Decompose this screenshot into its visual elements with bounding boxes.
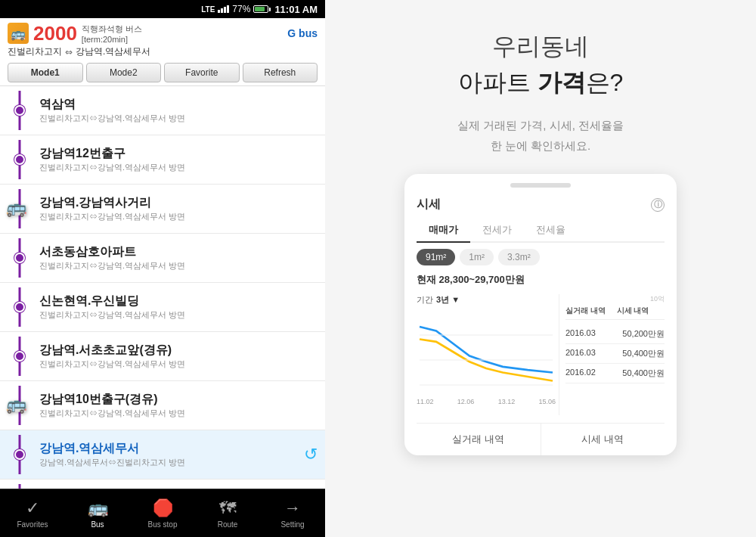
stop-direction: 진벌리차고지⇔강남역.역삼세무서 방면 — [39, 359, 318, 370]
row-date: 2016.03 — [565, 348, 596, 359]
phone-footer: 실거래 내역시세 내역 — [417, 423, 665, 455]
price-range: 현재 28,300~29,700만원 — [417, 273, 665, 287]
stop-direction: 강남역.역삼세무서⇔진벌리차고지 방면 — [39, 457, 298, 468]
nav-icon: ✓ — [26, 498, 39, 518]
chart-container: 기간 3년 ▼ 11.0212.0613.1215.06 10억 실거래 — [417, 294, 665, 415]
stop-name: 강남역10번출구(경유) — [39, 392, 318, 406]
nav-label: Route — [218, 520, 238, 529]
period-dropdown[interactable]: 3년 ▼ — [436, 294, 460, 306]
track-section — [0, 140, 39, 179]
chart-svg — [417, 310, 556, 393]
chart-unit: 10억 — [565, 294, 665, 304]
signal-icon — [218, 5, 229, 13]
stop-info: 강남역10번출구(경유)진벌리차고지⇔강남역.역삼세무서 방면 — [39, 392, 318, 419]
stop-name: 강남역12번출구 — [39, 146, 318, 160]
stop-list: 역삼역진벌리차고지⇔강남역.역삼세무서 방면강남역12번출구진벌리차고지⇔강남역… — [0, 86, 325, 489]
bus-icon: 🚌 — [8, 23, 29, 44]
ad-title-part1: 아파트 — [458, 69, 538, 96]
direction-from: 진벌리차고지 — [8, 45, 62, 58]
stop-direction: 진벌리차고지⇔강남역.역삼세무서 방면 — [39, 211, 318, 222]
footer-item[interactable]: 시세 내역 — [541, 424, 665, 455]
chart-left: 기간 3년 ▼ 11.0212.0613.1215.06 — [417, 294, 559, 415]
ad-subtitle: 실제 거래된 가격, 시세, 전세율을한 눈에 확인하세요. — [457, 115, 624, 156]
bottom-nav: ✓Favorites🚌Bus🛑Bus stop🗺Route→Setting — [0, 489, 325, 537]
ad-title: 우리동네 아파트 가격은? — [458, 30, 624, 100]
row-date: 2016.03 — [565, 328, 596, 340]
track-section — [0, 238, 39, 278]
stop-info: 강남역.강남역사거리진벌리차고지⇔강남역.역삼세무서 방면 — [39, 195, 318, 222]
direction-to: 강남역.역삼세무서 — [76, 45, 150, 58]
mode1-button[interactable]: Mode1 — [8, 63, 83, 82]
size-tab[interactable]: 3.3m² — [498, 249, 540, 265]
stop-dot-icon — [14, 351, 25, 362]
nav-label: Bus stop — [148, 520, 178, 529]
nav-item-bus-stop[interactable]: 🛑Bus stop — [130, 489, 195, 537]
footer-item[interactable]: 실거래 내역 — [417, 424, 541, 455]
nav-label: Setting — [280, 520, 304, 529]
status-bar: LTE 77% 11:01 AM — [0, 0, 325, 18]
chart-right-header: 실거래 내역시세 내역 — [565, 306, 665, 320]
track-section: 🚌 — [0, 189, 39, 228]
nav-label: Bus — [91, 520, 104, 529]
price-tab[interactable]: 전세율 — [524, 219, 578, 241]
mode-buttons: Mode1 Mode2 Favorite Refresh — [8, 63, 318, 82]
ad-title-bold: 가격 — [538, 69, 586, 96]
stop-dot-icon — [14, 154, 25, 165]
bus-indicator-icon: 🚌 — [6, 395, 33, 416]
stop-item[interactable]: 역삼역포스코P&S타워강남역.역삼세무서⇔진벌리차고지 방면 — [0, 480, 325, 489]
lte-indicator: LTE — [201, 5, 215, 14]
stop-name: 강남역.강남역사거리 — [39, 195, 318, 210]
card-title: 시세 ⓘ — [417, 197, 665, 213]
ad-title-line1: 우리동네 — [458, 30, 624, 64]
stop-item[interactable]: 강남역.서초초교앞(경유)진벌리차고지⇔강남역.역삼세무서 방면 — [0, 332, 325, 381]
battery-percent: 77% — [232, 4, 250, 14]
refresh-icon[interactable]: ↺ — [304, 445, 318, 464]
stop-name: 강남역.서초초교앞(경유) — [39, 343, 318, 357]
stop-item[interactable]: 신논현역.우신빌딩진벌리차고지⇔강남역.역삼세무서 방면 — [0, 283, 325, 332]
gbus-logo: G bus — [287, 27, 318, 39]
stop-item[interactable]: 🚌강남역.강남역사거리진벌리차고지⇔강남역.역삼세무서 방면 — [0, 185, 325, 234]
nav-item-favorites[interactable]: ✓Favorites — [0, 489, 65, 537]
price-tabs: 매매가전세가전세율 — [417, 219, 665, 243]
size-tab[interactable]: 91m² — [417, 249, 455, 265]
price-tab[interactable]: 전세가 — [470, 219, 524, 241]
stop-name: 역삼역 — [39, 97, 318, 111]
stop-item[interactable]: 역삼역진벌리차고지⇔강남역.역삼세무서 방면 — [0, 86, 325, 135]
nav-item-bus[interactable]: 🚌Bus — [65, 489, 130, 537]
phone-mockup: 시세 ⓘ 매매가전세가전세율 91m²1m²3.3m² 현재 28,300~29… — [404, 174, 677, 455]
chart-x-labels: 11.0212.0613.1215.06 — [417, 398, 556, 405]
stop-dot-icon — [14, 253, 25, 263]
stop-dot-icon — [14, 302, 25, 312]
nav-icon: 🗺 — [219, 498, 236, 518]
chart-header-cell: 시세 내역 — [617, 306, 665, 316]
nav-label: Favorites — [17, 520, 48, 529]
nav-item-setting[interactable]: →Setting — [260, 489, 325, 537]
x-label: 11.02 — [417, 398, 434, 405]
battery-icon — [253, 5, 268, 13]
stop-direction: 진벌리차고지⇔강남역.역삼세무서 방면 — [39, 113, 318, 124]
left-panel: LTE 77% 11:01 AM 🚌 2000 직행좌석형 버스 [term:2… — [0, 0, 325, 537]
ad-title-part2: 은? — [586, 69, 624, 96]
bus-indicator-icon: 🚌 — [6, 198, 33, 219]
stop-item[interactable]: 강남역12번출구진벌리차고지⇔강남역.역삼세무서 방면 — [0, 135, 325, 185]
stop-info: 강남역.서초초교앞(경유)진벌리차고지⇔강남역.역삼세무서 방면 — [39, 343, 318, 370]
chart-data-row: 2016.0250,400만원 — [565, 364, 665, 383]
stop-info: 역삼역진벌리차고지⇔강남역.역삼세무서 방면 — [39, 97, 318, 124]
size-tab[interactable]: 1m² — [460, 249, 494, 265]
ad-title-line2: 아파트 가격은? — [458, 67, 624, 100]
stop-name: 서초동삼호아파트 — [39, 244, 318, 259]
stop-item[interactable]: 강남역.역삼세무서강남역.역삼세무서⇔진벌리차고지 방면↺ — [0, 430, 325, 480]
stop-item[interactable]: 🚌강남역10번출구(경유)진벌리차고지⇔강남역.역삼세무서 방면 — [0, 381, 325, 430]
stop-item[interactable]: 서초동삼호아파트진벌리차고지⇔강남역.역삼세무서 방면 — [0, 234, 325, 283]
x-label: 12.06 — [457, 398, 475, 405]
nav-item-route[interactable]: 🗺Route — [195, 489, 260, 537]
stop-dot-icon — [14, 449, 25, 460]
route-number: 2000 — [33, 23, 77, 43]
info-icon[interactable]: ⓘ — [651, 198, 665, 212]
refresh-button[interactable]: Refresh — [243, 63, 318, 82]
favorite-button[interactable]: Favorite — [164, 63, 240, 82]
price-tab[interactable]: 매매가 — [417, 219, 470, 243]
right-panel: 우리동네 아파트 가격은? 실제 거래된 가격, 시세, 전세율을한 눈에 확인… — [325, 0, 756, 537]
stop-info: 강남역.역삼세무서강남역.역삼세무서⇔진벌리차고지 방면 — [39, 441, 298, 468]
mode2-button[interactable]: Mode2 — [86, 63, 162, 82]
